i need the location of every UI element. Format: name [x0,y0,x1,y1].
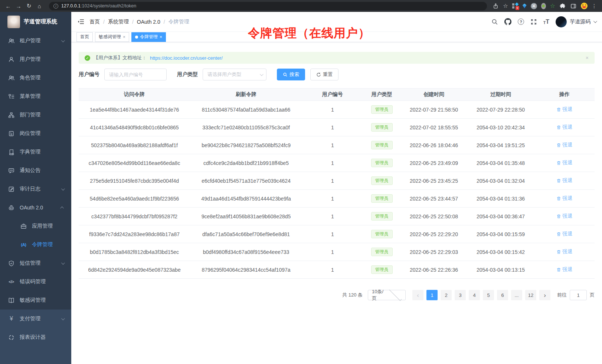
sidebar-item-notice[interactable]: 通知公告 [0,161,71,180]
search-button[interactable]: 搜索 [277,69,305,80]
user-menu[interactable]: 芋道源码 [556,16,596,27]
column-actions: 操作 [534,89,595,101]
force-logout-button[interactable]: 强退 [556,124,572,130]
tab-home[interactable]: 首页 [76,32,93,42]
sidebar-item-post[interactable]: 岗位管理 [0,124,71,143]
sidebar-item-role[interactable]: 角色管理 [0,69,71,87]
sidebar-item-tenant[interactable]: 租户管理 [0,32,71,50]
goto-label: 前往 [557,292,567,298]
share-icon[interactable] [492,3,499,9]
created-time-cell: 2022-07-29 21:58:50 [400,101,467,119]
app-logo-row[interactable]: 芋道管理系统 [0,12,71,32]
expire-time-cell: 2054-03-04 00:13:15 [467,261,534,279]
table-row: b0d1785bc3a8482f812db4a3f3bd15ec b0df498… [79,243,595,261]
sidebar-item-token-mgmt[interactable]: (A) 令牌管理 [0,235,71,254]
sidebar-item-dept[interactable]: 部门管理 [0,106,71,124]
table-row: f9336e7c7dd242a283ee98dc86b17a87 dfa6c71… [79,225,595,243]
sidebar-item-user[interactable]: 用户管理 [0,50,71,69]
force-logout-button[interactable]: 强退 [556,177,572,184]
alert-close-icon[interactable]: × [586,55,589,61]
tab-sensitive-words[interactable]: 敏感词管理 × [95,32,129,42]
sidebar-item-label: 菜单管理 [20,93,40,100]
page-number-button[interactable]: 4 [469,290,480,300]
sidebar-item-label: 报表设计器 [20,334,46,341]
force-logout-button[interactable]: 强退 [556,142,572,148]
bookmark-star-icon[interactable]: ☆ [503,3,508,9]
breadcrumb-oauth[interactable]: OAuth 2.0 [137,19,160,25]
sidebar-collapse-icon[interactable] [77,19,84,25]
tab-token-mgmt[interactable]: 令牌管理 × [131,32,166,42]
sidebar-item-menu[interactable]: 菜单管理 [0,87,71,106]
sidebar-item-sms[interactable]: 短信管理 [0,254,71,272]
force-logout-button[interactable]: 强退 [556,231,572,237]
sidebar-item-error-code[interactable]: </> 错误码管理 [0,272,71,291]
refresh-token-cell: b0df4980ffd34c67a08f9156e4eee733 [190,243,302,261]
sidebar-item-label: 角色管理 [20,75,40,81]
breadcrumb-system[interactable]: 系统管理 [108,19,129,25]
extension-command-icon[interactable]: ⌘ [531,3,537,9]
sidebar-item-audit-log[interactable]: 审计日志 [0,180,71,198]
page-number-button[interactable]: 2 [441,290,452,300]
font-size-icon[interactable]: TT [543,19,549,25]
force-logout-label: 强退 [562,159,572,166]
tab-panel-icon[interactable] [570,3,577,9]
browser-reload-icon[interactable]: ↻ [24,1,33,10]
force-logout-button[interactable]: 强退 [556,213,572,219]
help-icon[interactable]: ? [518,19,524,25]
page-number-button[interactable]: ... [511,290,522,300]
extension-grid-icon[interactable]: 9 [512,3,518,9]
force-logout-button[interactable]: 强退 [556,106,572,113]
next-page-button[interactable]: › [539,290,550,300]
extension-gem-icon[interactable] [523,4,527,9]
force-logout-button[interactable]: 强退 [556,195,572,202]
force-logout-label: 强退 [562,213,572,219]
force-logout-button[interactable]: 强退 [556,159,572,166]
actions-cell: 强退 [534,101,595,119]
user-id-input[interactable] [104,69,167,80]
sidebar-item-payment[interactable]: ¥ 支付管理 [0,310,71,328]
force-logout-button[interactable]: 强退 [556,266,572,273]
page-number-button[interactable]: 12 [525,290,536,300]
force-logout-button[interactable]: 强退 [556,248,572,255]
browser-home-icon[interactable]: ⌂ [35,1,44,10]
user-type-select[interactable]: 请选择用户类型 [203,69,266,80]
fullscreen-icon[interactable] [530,19,537,25]
user-id-cell: 1 [302,119,363,136]
extension-star-icon[interactable]: ☆ [550,3,555,9]
sidebar-item-dict[interactable]: 字典管理 [0,143,71,161]
tab-close-icon[interactable]: × [123,35,125,39]
sidebar-item-oauth2[interactable]: OAuth 2.0 [0,198,71,217]
tab-close-icon[interactable]: × [160,35,162,39]
alert-doc-link[interactable]: https://doc.iocoder.cn/user-center/ [150,55,223,61]
page-number-button[interactable]: 5 [483,290,494,300]
browser-forward-icon[interactable]: → [14,1,23,10]
browser-menu-icon[interactable]: ⋮ [592,3,597,9]
page-number-button[interactable]: 6 [497,290,508,300]
actions-cell: 强退 [534,243,595,261]
profile-avatar[interactable] [581,3,588,9]
user-type-cell: 管理员 [363,136,400,154]
extension-oval-icon[interactable] [541,3,546,9]
expire-time-cell: 2054-03-10 20:42:34 [467,119,534,136]
created-time-cell: 2022-06-26 18:04:46 [400,136,467,154]
reset-button[interactable]: 重置 [310,69,338,80]
site-info-icon[interactable]: i [53,4,58,9]
breadcrumb-home[interactable]: 首页 [89,19,100,25]
browser-back-icon[interactable]: ← [4,1,13,10]
sidebar-item-sensitive-words[interactable]: 敏感词管理 [0,291,71,310]
extensions-puzzle-icon[interactable] [559,3,566,9]
prev-page-button[interactable]: ‹ [412,290,423,300]
search-icon[interactable] [491,19,498,25]
sidebar-item-report-designer[interactable]: 报表设计器 [0,328,71,347]
access-token-cell: 275e5de9151045fe87cbdc395e004f4d [79,172,190,190]
page-number-button[interactable]: 3 [455,290,466,300]
goto-page-input[interactable] [570,290,587,300]
page-number-button[interactable]: 1 [426,290,438,300]
sidebar-item-oauth-apps[interactable]: 应用管理 [0,217,71,235]
address-bar[interactable]: i 127.0.0.1:1024/system/oauth2/token [49,2,487,10]
breadcrumb: 首页 / 系统管理 / OAuth 2.0 / 令牌管理 [89,19,189,25]
created-time-cell: 2022-06-25 23:45:25 [400,172,467,190]
url-host: 127.0.0.1 [61,3,81,9]
github-icon[interactable] [504,18,511,25]
page-size-select[interactable]: 10条/页 [368,290,406,300]
